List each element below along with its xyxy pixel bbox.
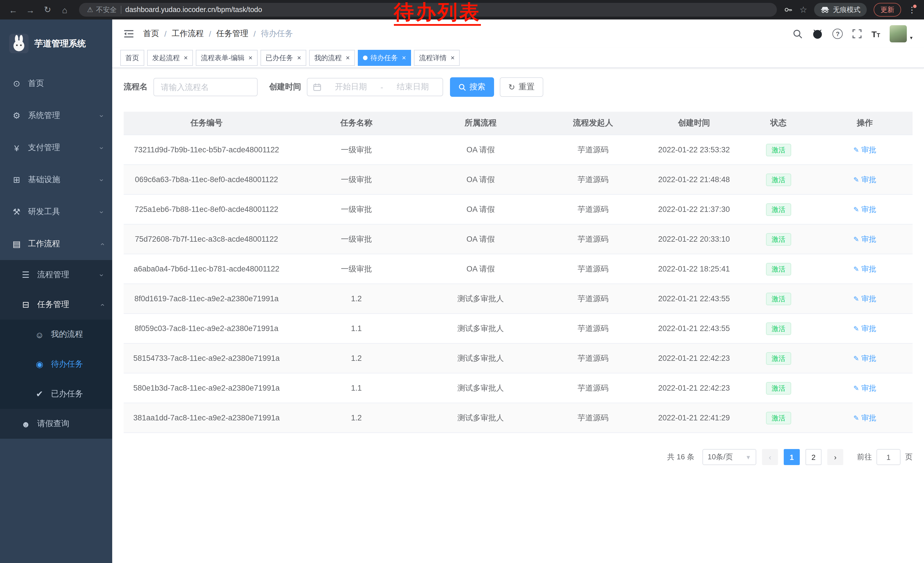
sidebar-item-workflow[interactable]: ▤ 工作流程 › <box>0 228 112 260</box>
tab-label: 流程详情 <box>419 53 447 63</box>
edit-icon: ✎ <box>853 324 859 332</box>
user-avatar[interactable] <box>890 25 907 42</box>
update-button[interactable]: 更新 <box>874 3 901 17</box>
sidebar-item-label: 系统管理 <box>28 111 60 121</box>
close-icon[interactable]: × <box>184 54 188 61</box>
prev-page-button[interactable]: ‹ <box>762 449 778 465</box>
back-button[interactable]: ← <box>6 2 21 17</box>
close-icon[interactable]: × <box>297 54 301 61</box>
tab-process-form-edit[interactable]: 流程表单-编辑 × <box>196 50 258 66</box>
breadcrumb-item[interactable]: 首页 <box>143 29 159 39</box>
task-name-cell: 一级审批 <box>290 254 424 284</box>
task-name-cell: 一级审批 <box>290 194 424 224</box>
status-cell: 激活 <box>740 314 817 343</box>
sidebar-item-done-tasks[interactable]: ✔ 已办任务 <box>0 379 112 409</box>
approve-button[interactable]: ✎审批 <box>853 294 876 304</box>
close-icon[interactable]: × <box>450 54 454 61</box>
home-button[interactable]: ⌂ <box>57 2 72 17</box>
close-icon[interactable]: × <box>249 54 252 61</box>
approve-button[interactable]: ✎审批 <box>853 323 876 333</box>
key-icon[interactable] <box>783 5 793 14</box>
table-row: 580e1b3d-7ac8-11ec-a9e2-a2380e71991a1.1测… <box>124 373 912 403</box>
status-badge: 激活 <box>766 144 791 156</box>
fullscreen-icon[interactable] <box>852 29 862 38</box>
table-row: 381aa1dd-7ac8-11ec-a9e2-a2380e71991a1.2测… <box>124 403 912 433</box>
browser-menu-button[interactable]: ⋮ <box>908 5 916 14</box>
tab-label: 待办任务 <box>370 53 398 63</box>
address-bar[interactable]: ⚠ 不安全 dashboard.yudao.iocoder.cn/bpm/tas… <box>79 3 777 17</box>
refresh-button[interactable]: ↻ <box>40 2 55 17</box>
date-range-picker[interactable]: 开始日期 - 结束日期 <box>307 78 443 96</box>
breadcrumb-item[interactable]: 任务管理 <box>216 29 249 39</box>
breadcrumb-item[interactable]: 工作流程 <box>172 29 204 39</box>
tab-initiate-process[interactable]: 发起流程 × <box>147 50 193 66</box>
search-button[interactable]: 搜索 <box>450 77 494 97</box>
bookmark-star-button[interactable]: ☆ <box>800 5 807 15</box>
sidebar-item-my-process[interactable]: ☺ 我的流程 <box>0 320 112 349</box>
help-icon[interactable]: ? <box>832 29 843 39</box>
breadcrumb-separator: / <box>209 29 211 38</box>
tab-label: 首页 <box>125 53 139 63</box>
page-button-2[interactable]: 2 <box>806 449 822 465</box>
app-logo-area[interactable]: 芋道管理系统 <box>0 20 112 68</box>
tab-home[interactable]: 首页 <box>120 50 144 66</box>
sidebar-collapse-button[interactable] <box>124 29 134 38</box>
sidebar-item-payment-management[interactable]: ¥ 支付管理 › <box>0 132 112 164</box>
approve-button[interactable]: ✎审批 <box>853 353 876 363</box>
close-icon[interactable]: × <box>402 54 406 61</box>
sidebar-item-infrastructure[interactable]: ⊞ 基础设施 › <box>0 164 112 196</box>
approve-button[interactable]: ✎审批 <box>853 174 876 185</box>
sidebar-item-label: 任务管理 <box>37 300 69 310</box>
sidebar-item-system-management[interactable]: ⚙ 系统管理 › <box>0 100 112 132</box>
page-button-1[interactable]: 1 <box>784 449 800 465</box>
tab-todo-tasks[interactable]: 待办任务 × <box>358 50 411 66</box>
action-cell: ✎审批 <box>817 314 912 343</box>
table-row: 8f0d1619-7ac8-11ec-a9e2-a2380e71991a1.2测… <box>124 284 912 314</box>
reset-button[interactable]: ↻ 重置 <box>500 77 543 97</box>
edit-icon: ✎ <box>853 354 859 362</box>
approve-button[interactable]: ✎审批 <box>853 383 876 393</box>
status-cell: 激活 <box>740 224 817 254</box>
calendar-icon <box>313 83 321 91</box>
forward-button[interactable]: → <box>23 2 38 17</box>
sidebar-item-task-management[interactable]: ⊟ 任务管理 › <box>0 290 112 320</box>
edit-icon: ✎ <box>853 384 859 392</box>
approve-button[interactable]: ✎审批 <box>853 413 876 423</box>
list-icon: ☰ <box>21 270 31 280</box>
next-page-button[interactable]: › <box>827 449 843 465</box>
approve-button[interactable]: ✎审批 <box>853 264 876 274</box>
process-name-input[interactable] <box>153 78 258 96</box>
sidebar-item-home[interactable]: ⊙ 首页 <box>0 68 112 100</box>
tab-my-process[interactable]: 我的流程 × <box>309 50 355 66</box>
approve-button[interactable]: ✎审批 <box>853 204 876 215</box>
github-icon[interactable] <box>812 29 823 39</box>
sidebar-item-leave-query[interactable]: ☻ 请假查询 <box>0 409 112 439</box>
font-size-button[interactable]: TT <box>872 29 880 39</box>
tab-label: 已办任务 <box>266 53 293 63</box>
approve-button[interactable]: ✎审批 <box>853 234 876 244</box>
task-id-cell: a6aba0a4-7b6d-11ec-b781-acde48001122 <box>124 254 290 284</box>
status-cell: 激活 <box>740 373 817 403</box>
chevron-down-icon: › <box>98 147 106 149</box>
chevron-down-icon: › <box>98 114 106 117</box>
chevron-up-icon: › <box>98 303 106 306</box>
sidebar-item-dev-tools[interactable]: ⚒ 研发工具 › <box>0 196 112 228</box>
task-id-cell: 580e1b3d-7ac8-11ec-a9e2-a2380e71991a <box>124 373 290 403</box>
approve-button[interactable]: ✎审批 <box>853 145 876 155</box>
close-icon[interactable]: × <box>346 54 350 61</box>
tab-label: 流程表单-编辑 <box>201 53 244 63</box>
incognito-icon <box>820 6 830 13</box>
sidebar-item-todo-tasks[interactable]: ◉ 待办任务 <box>0 349 112 379</box>
status-cell: 激活 <box>740 403 817 433</box>
process-cell: 测试多审批人 <box>423 343 538 373</box>
table-row: 75d72608-7b7f-11ec-a3c8-acde48001122一级审批… <box>124 224 912 254</box>
goto-page-input[interactable] <box>876 449 900 465</box>
tab-process-detail[interactable]: 流程详情 × <box>414 50 460 66</box>
page-size-select[interactable]: 10条/页 ▼ <box>702 449 756 465</box>
starter-cell: 芋道源码 <box>538 284 648 314</box>
search-button[interactable] <box>793 29 802 39</box>
sidebar-item-process-management[interactable]: ☰ 流程管理 › <box>0 260 112 290</box>
approve-label: 审批 <box>861 413 876 423</box>
starter-cell: 芋道源码 <box>538 403 648 433</box>
tab-done-tasks[interactable]: 已办任务 × <box>261 50 306 66</box>
